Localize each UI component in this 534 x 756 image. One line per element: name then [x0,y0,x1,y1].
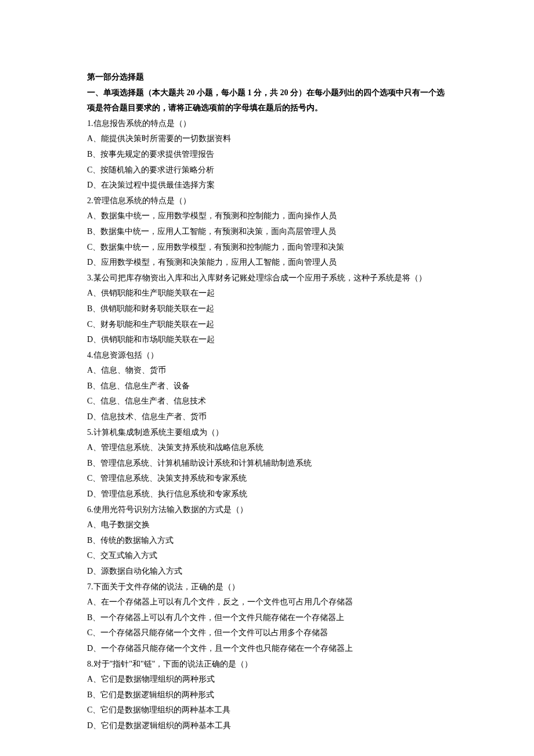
question-option: D、一个存储器只能存储一个文件，且一个文件也只能存储在一个存储器上 [87,641,447,657]
question-stem: 3.某公司把库存物资出入库和出入库财务记账处理综合成一个应用子系统，这种子系统是… [87,271,447,286]
question-option: B、一个存储器上可以有几个文件，但一个文件只能存储在一个存储器上 [87,610,447,626]
question-stem: 4.信息资源包括（） [87,348,447,363]
question-option: A、数据集中统一，应用数学模型，有预测和控制能力，面向操作人员 [87,208,447,224]
question-option: C、它们是数据物理组织的两种基本工具 [87,703,447,718]
question-option: A、能提供决策时所需要的一切数据资料 [87,131,447,147]
question-option: A、电子数据交换 [87,517,447,533]
question-option: C、数据集中统一，应用数学模型，有预测和控制能力，面向管理和决策 [87,240,447,255]
question-block: 2.管理信息系统的特点是（）A、数据集中统一，应用数学模型，有预测和控制能力，面… [87,193,447,271]
question-option: A、在一个存储器上可以有几个文件，反之，一个文件也可占用几个存储器 [87,595,447,610]
question-option: B、按事先规定的要求提供管理报告 [87,147,447,163]
question-option: D、管理信息系统、执行信息系统和专家系统 [87,487,447,502]
questions-container: 1.信息报告系统的特点是（）A、能提供决策时所需要的一切数据资料B、按事先规定的… [87,116,447,734]
question-option: D、它们是数据逻辑组织的两种基本工具 [87,718,447,734]
question-block: 4.信息资源包括（）A、信息、物资、货币B、信息、信息生产者、设备C、信息、信息… [87,348,447,425]
question-stem: 1.信息报告系统的特点是（） [87,116,447,132]
question-stem: 8.对于"指针"和"链"，下面的说法正确的是（） [87,657,447,672]
question-stem: 2.管理信息系统的特点是（） [87,193,447,209]
question-option: B、供销职能和财务职能关联在一起 [87,301,447,317]
question-block: 5.计算机集成制造系统主要组成为（）A、管理信息系统、决策支持系统和战略信息系统… [87,425,447,502]
instructions: 一、单项选择题（本大题共 20 小题，每小题 1 分，共 20 分）在每小题列出… [87,85,447,116]
question-option: B、传统的数据输入方式 [87,533,447,549]
question-option: D、源数据自动化输入方式 [87,564,447,579]
question-block: 3.某公司把库存物资出入库和出入库财务记账处理综合成一个应用子系统，这种子系统是… [87,271,447,348]
question-stem: 5.计算机集成制造系统主要组成为（） [87,425,447,441]
question-option: B、数据集中统一，应用人工智能，有预测和决策，面向高层管理人员 [87,224,447,240]
question-option: B、信息、信息生产者、设备 [87,379,447,394]
question-option: B、它们是数据逻辑组织的两种形式 [87,687,447,703]
question-option: D、应用数学模型，有预测和决策能力，应用人工智能，面向管理人员 [87,255,447,271]
question-option: A、管理信息系统、决策支持系统和战略信息系统 [87,440,447,456]
question-block: 6.使用光符号识别方法输入数据的方式是（）A、电子数据交换B、传统的数据输入方式… [87,502,447,579]
question-block: 8.对于"指针"和"链"，下面的说法正确的是（）A、它们是数据物理组织的两种形式… [87,657,447,734]
question-option: D、供销职能和市场职能关联在一起 [87,332,447,348]
question-option: C、财务职能和生产职能关联在一起 [87,317,447,333]
question-option: A、供销职能和生产职能关联在一起 [87,286,447,301]
question-block: 1.信息报告系统的特点是（）A、能提供决策时所需要的一切数据资料B、按事先规定的… [87,116,447,193]
question-option: A、信息、物资、货币 [87,363,447,379]
question-option: C、信息、信息生产者、信息技术 [87,394,447,409]
question-option: C、一个存储器只能存储一个文件，但一个文件可以占用多个存储器 [87,625,447,641]
question-option: D、信息技术、信息生产者、货币 [87,409,447,425]
question-option: B、管理信息系统、计算机辅助设计系统和计算机辅助制造系统 [87,456,447,471]
question-option: A、它们是数据物理组织的两种形式 [87,672,447,687]
question-stem: 7.下面关于文件存储的说法，正确的是（） [87,579,447,595]
question-option: C、管理信息系统、决策支持系统和专家系统 [87,471,447,487]
section-title: 第一部分选择题 [87,70,447,85]
question-option: C、交互式输入方式 [87,548,447,564]
question-block: 7.下面关于文件存储的说法，正确的是（）A、在一个存储器上可以有几个文件，反之，… [87,579,447,657]
question-stem: 6.使用光符号识别方法输入数据的方式是（） [87,502,447,518]
question-option: D、在决策过程中提供最佳选择方案 [87,178,447,193]
question-option: C、按随机输入的要求进行策略分析 [87,163,447,178]
